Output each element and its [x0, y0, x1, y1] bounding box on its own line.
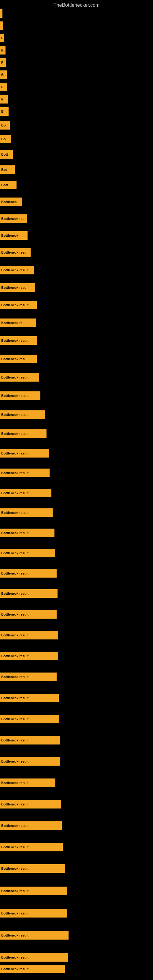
bar-7: E — [0, 95, 8, 103]
bar-label-53: Bottleneck result — [1, 967, 29, 971]
bar-label-40: Bottleneck result — [1, 696, 29, 700]
bar-18: Bottleneck result — [0, 266, 33, 274]
bar-23: Bottleneck resu — [0, 355, 37, 363]
bar-51: Bottleneck result — [0, 931, 69, 940]
bar-row-34: Bottleneck result — [0, 569, 57, 578]
bar-label-5: B — [1, 73, 4, 76]
bar-46: Bottleneck result — [0, 821, 62, 830]
bar-38: Bottleneck result — [0, 652, 58, 660]
bar-row-12: Bot — [0, 165, 15, 174]
bar-row-10: Bo — [0, 135, 11, 143]
bar-1 — [0, 21, 3, 30]
bar-label-4: F — [1, 60, 3, 64]
bar-label-52: Bottleneck result — [1, 956, 29, 959]
bar-label-18: Bottleneck result — [1, 268, 29, 272]
bar-34: Bottleneck result — [0, 569, 57, 578]
bar-label-49: Bottleneck result — [1, 889, 29, 893]
bar-8: B — [0, 107, 9, 116]
bar-label-29: Bottleneck result — [1, 471, 29, 475]
bar-row-38: Bottleneck result — [0, 652, 58, 660]
bar-row-44: Bottleneck result — [0, 778, 56, 787]
bar-label-17: Bottleneck resu — [1, 250, 27, 254]
bar-4: F — [0, 58, 6, 67]
bar-label-16: Bottleneck — [1, 234, 18, 237]
site-title: TheBottlenecker.com — [0, 0, 153, 10]
bar-row-47: Bottleneck result — [0, 843, 63, 851]
bar-29: Bottleneck result — [0, 469, 49, 477]
bar-40: Bottleneck result — [0, 694, 59, 702]
bar-row-6: E — [0, 83, 7, 91]
bar-label-36: Bottleneck result — [1, 612, 29, 616]
bar-row-36: Bottleneck result — [0, 610, 57, 619]
bar-row-5: B — [0, 70, 7, 79]
bar-16: Bottleneck — [0, 231, 27, 240]
bar-row-42: Bottleneck result — [0, 736, 60, 745]
bar-25: Bottleneck result — [0, 391, 40, 400]
bar-label-34: Bottleneck result — [1, 571, 29, 575]
bar-row-49: Bottleneck result — [0, 886, 67, 895]
bar-52: Bottleneck result — [0, 953, 68, 962]
bar-10: Bo — [0, 135, 11, 143]
bar-24: Bottleneck result — [0, 373, 39, 382]
bar-row-19: Bottleneck resu — [0, 283, 35, 292]
bar-label-27: Bottleneck result — [1, 432, 29, 436]
bar-row-16: Bottleneck — [0, 231, 27, 240]
bar-43: Bottleneck result — [0, 757, 60, 766]
bar-14: Bottlenec — [0, 197, 22, 206]
bar-row-31: Bottleneck result — [0, 508, 53, 517]
bar-36: Bottleneck result — [0, 610, 57, 619]
bar-13: Bott — [0, 181, 16, 189]
bar-label-11: Bott — [1, 153, 8, 156]
bar-row-43: Bottleneck result — [0, 757, 60, 766]
bar-label-3: E — [1, 48, 3, 52]
bar-row-35: Bottleneck result — [0, 589, 57, 598]
bar-5: B — [0, 70, 7, 79]
bar-row-8: B — [0, 107, 9, 116]
bar-label-7: E — [1, 97, 3, 101]
bar-42: Bottleneck result — [0, 736, 60, 745]
bar-label-25: Bottleneck result — [1, 394, 29, 398]
bar-27: Bottleneck result — [0, 430, 46, 438]
bar-30: Bottleneck result — [0, 489, 51, 497]
bar-label-39: Bottleneck result — [1, 675, 29, 679]
bar-12: Bot — [0, 165, 15, 174]
bar-label-6: E — [1, 85, 3, 89]
bar-label-37: Bottleneck result — [1, 633, 29, 637]
bar-row-24: Bottleneck result — [0, 373, 39, 382]
bar-26: Bottleneck result — [0, 410, 45, 419]
bar-label-38: Bottleneck result — [1, 654, 29, 658]
bar-row-7: E — [0, 95, 8, 103]
bar-label-35: Bottleneck result — [1, 592, 29, 595]
bar-row-14: Bottlenec — [0, 197, 22, 206]
bar-label-26: Bottleneck result — [1, 413, 29, 417]
bar-20: Bottleneck result — [0, 301, 37, 309]
bar-label-45: Bottleneck result — [1, 802, 29, 806]
bar-45: Bottleneck result — [0, 800, 61, 808]
bar-label-9: Bo — [1, 123, 6, 127]
bar-row-11: Bott — [0, 150, 13, 159]
bar-row-13: Bott — [0, 181, 16, 189]
bar-17: Bottleneck resu — [0, 248, 30, 257]
bar-53: Bottleneck result — [0, 965, 65, 973]
bar-row-23: Bottleneck resu — [0, 355, 37, 363]
bar-row-2: E — [0, 34, 4, 42]
bar-row-15: Bottleneck res — [0, 215, 27, 223]
bar-label-43: Bottleneck result — [1, 759, 29, 763]
bar-9: Bo — [0, 121, 10, 130]
bar-row-21: Bottleneck re — [0, 318, 36, 327]
bar-row-33: Bottleneck result — [0, 549, 55, 557]
bar-48: Bottleneck result — [0, 864, 65, 873]
bar-row-25: Bottleneck result — [0, 391, 40, 400]
bar-row-17: Bottleneck resu — [0, 248, 30, 257]
bar-39: Bottleneck result — [0, 673, 57, 681]
bar-label-47: Bottleneck result — [1, 845, 29, 849]
bar-row-39: Bottleneck result — [0, 673, 57, 681]
bar-label-30: Bottleneck result — [1, 491, 29, 495]
bar-label-12: Bot — [1, 168, 7, 172]
bar-label-20: Bottleneck result — [1, 303, 29, 307]
bar-row-52: Bottleneck result — [0, 953, 68, 962]
bar-row-40: Bottleneck result — [0, 694, 59, 702]
bar-50: Bottleneck result — [0, 909, 67, 918]
bar-label-32: Bottleneck result — [1, 531, 29, 535]
bar-row-4: F — [0, 58, 6, 67]
